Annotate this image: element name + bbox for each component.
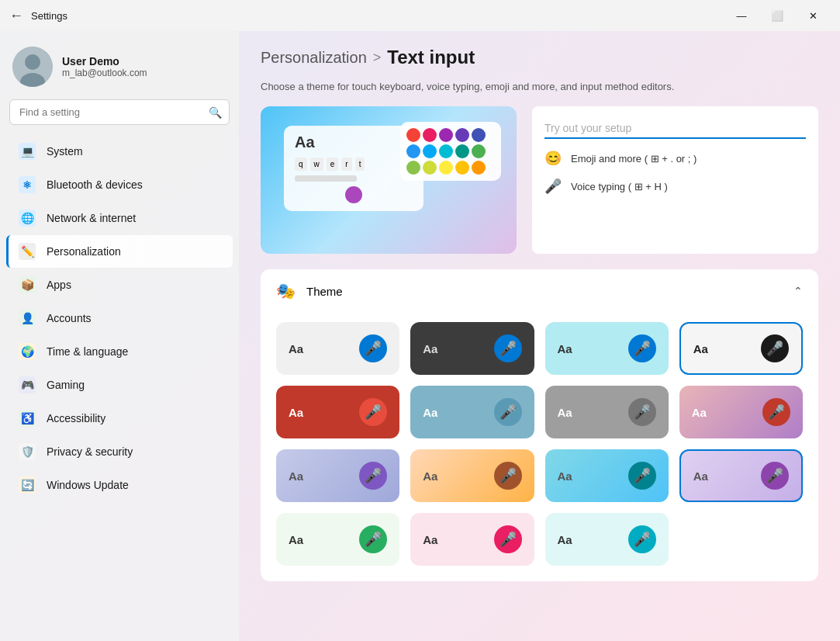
sidebar-item-accounts[interactable]: 👤 Accounts bbox=[6, 302, 233, 334]
sidebar-item-personalization[interactable]: ✏️ Personalization bbox=[6, 235, 233, 268]
svg-point-1 bbox=[25, 54, 40, 70]
theme-card-3[interactable]: Aa 🎤 bbox=[679, 322, 803, 375]
mic-button[interactable]: 🎤 bbox=[761, 334, 789, 362]
bluetooth-icon: ⚛ bbox=[19, 176, 36, 193]
sidebar-item-label: System bbox=[47, 145, 83, 158]
sidebar-item-accessibility[interactable]: ♿ Accessibility bbox=[6, 402, 233, 435]
minimize-button[interactable]: — bbox=[724, 3, 759, 28]
mic-button[interactable]: 🎤 bbox=[359, 334, 387, 362]
sidebar-item-label: Bluetooth & devices bbox=[47, 178, 143, 191]
theme-card-9[interactable]: Aa 🎤 bbox=[410, 449, 534, 502]
sidebar-item-system[interactable]: 💻 System bbox=[6, 135, 233, 168]
search-icon: 🔍 bbox=[209, 106, 222, 119]
voice-option[interactable]: 🎤 Voice typing ( ⊞ + H ) bbox=[544, 178, 806, 195]
mic-button[interactable]: 🎤 bbox=[628, 525, 656, 553]
mic-button[interactable]: 🎤 bbox=[628, 398, 656, 426]
theme-card-11[interactable]: Aa 🎤 bbox=[679, 449, 803, 502]
sidebar-item-update[interactable]: 🔄 Windows Update bbox=[6, 469, 233, 501]
theme-card-0[interactable]: Aa 🎤 bbox=[276, 322, 399, 375]
theme-card-text: Aa bbox=[289, 342, 303, 355]
emoji-option-label: Emoji and more ( ⊞ + . or ; ) bbox=[571, 153, 697, 165]
app-body: User Demo m_lab@outlook.com 🔍 💻 System ⚛… bbox=[0, 31, 840, 641]
sidebar-item-privacy[interactable]: 🛡️ Privacy & security bbox=[6, 435, 233, 468]
avatar bbox=[12, 47, 53, 87]
sidebar-item-time[interactable]: 🌍 Time & language bbox=[6, 335, 233, 368]
mic-button[interactable]: 🎤 bbox=[359, 398, 387, 426]
mic-button[interactable]: 🎤 bbox=[494, 525, 522, 553]
main-content: Personalization > Text input Choose a th… bbox=[239, 31, 840, 641]
theme-card-1[interactable]: Aa 🎤 bbox=[410, 322, 534, 375]
theme-card-6[interactable]: Aa 🎤 bbox=[545, 386, 669, 438]
privacy-icon: 🛡️ bbox=[19, 443, 36, 460]
mic-button[interactable]: 🎤 bbox=[628, 462, 656, 490]
page-title: Text input bbox=[387, 47, 475, 68]
theme-section: 🎭 Theme ⌃ Aa 🎤 Aa 🎤 Aa 🎤 bbox=[261, 269, 818, 581]
theme-header[interactable]: 🎭 Theme ⌃ bbox=[261, 269, 818, 313]
theme-card-14[interactable]: Aa 🎤 bbox=[545, 513, 669, 566]
microphone-icon: 🎤 bbox=[544, 178, 562, 195]
user-info: User Demo m_lab@outlook.com bbox=[62, 55, 147, 78]
sidebar-item-apps[interactable]: 📦 Apps bbox=[6, 269, 233, 301]
voice-option-label: Voice typing ( ⊞ + H ) bbox=[571, 181, 668, 192]
mic-button[interactable]: 🎤 bbox=[762, 398, 790, 426]
theme-card-text: Aa bbox=[693, 469, 708, 483]
mic-button[interactable]: 🎤 bbox=[761, 462, 789, 490]
top-section: Aa q w e r t bbox=[261, 106, 818, 254]
emoji-option[interactable]: 😊 Emoji and more ( ⊞ + . or ; ) bbox=[544, 150, 806, 167]
emoji-icon: 😊 bbox=[544, 150, 562, 167]
network-icon: 🌐 bbox=[19, 210, 36, 227]
theme-card-text: Aa bbox=[558, 533, 572, 546]
sidebar-item-network[interactable]: 🌐 Network & internet bbox=[6, 202, 233, 234]
accounts-icon: 👤 bbox=[19, 310, 36, 327]
nav-list: 💻 System ⚛ Bluetooth & devices 🌐 Network… bbox=[0, 134, 239, 641]
update-icon: 🔄 bbox=[19, 476, 36, 494]
theme-icon: 🎭 bbox=[276, 282, 296, 300]
theme-card-text: Aa bbox=[289, 406, 303, 419]
system-icon: 💻 bbox=[19, 143, 36, 160]
theme-card-text: Aa bbox=[423, 533, 437, 546]
theme-card-8[interactable]: Aa 🎤 bbox=[276, 449, 399, 502]
user-profile[interactable]: User Demo m_lab@outlook.com bbox=[0, 31, 239, 99]
mic-button[interactable]: 🎤 bbox=[359, 525, 387, 553]
sidebar-item-bluetooth[interactable]: ⚛ Bluetooth & devices bbox=[6, 168, 233, 201]
theme-card-2[interactable]: Aa 🎤 bbox=[545, 322, 669, 375]
try-section: 😊 Emoji and more ( ⊞ + . or ; ) 🎤 Voice … bbox=[532, 106, 818, 254]
chevron-up-icon: ⌃ bbox=[793, 285, 803, 297]
breadcrumb-parent[interactable]: Personalization bbox=[261, 49, 367, 67]
gaming-icon: 🎮 bbox=[19, 376, 36, 393]
maximize-button[interactable]: ⬜ bbox=[759, 3, 795, 28]
sidebar-item-label: Accessibility bbox=[47, 412, 105, 424]
mic-button[interactable]: 🎤 bbox=[494, 462, 522, 490]
close-button[interactable]: ✕ bbox=[795, 3, 831, 28]
mic-button[interactable]: 🎤 bbox=[494, 398, 522, 426]
theme-label: Theme bbox=[306, 285, 343, 298]
theme-card-4[interactable]: Aa 🎤 bbox=[276, 386, 399, 438]
sidebar-item-label: Gaming bbox=[47, 379, 85, 391]
theme-card-10[interactable]: Aa 🎤 bbox=[545, 449, 669, 502]
breadcrumb-separator: > bbox=[373, 50, 382, 66]
sidebar: User Demo m_lab@outlook.com 🔍 💻 System ⚛… bbox=[0, 31, 239, 641]
theme-grid: Aa 🎤 Aa 🎤 Aa 🎤 Aa 🎤 Aa � bbox=[261, 313, 818, 581]
sidebar-item-gaming[interactable]: 🎮 Gaming bbox=[6, 369, 233, 401]
keyboard-preview: Aa q w e r t bbox=[261, 106, 517, 254]
theme-header-left: 🎭 Theme bbox=[276, 282, 343, 300]
sidebar-item-label: Network & internet bbox=[47, 212, 136, 224]
mic-button[interactable]: 🎤 bbox=[628, 334, 656, 362]
sidebar-item-label: Apps bbox=[47, 279, 71, 291]
try-input[interactable] bbox=[544, 119, 806, 139]
theme-card-7[interactable]: Aa 🎤 bbox=[679, 386, 803, 438]
theme-card-text: Aa bbox=[423, 406, 437, 419]
search-input[interactable] bbox=[9, 99, 230, 125]
apps-icon: 📦 bbox=[19, 276, 36, 293]
mic-button[interactable]: 🎤 bbox=[494, 334, 522, 362]
search-box: 🔍 bbox=[9, 99, 230, 125]
back-button[interactable]: ← bbox=[9, 8, 23, 24]
mic-button[interactable]: 🎤 bbox=[359, 462, 387, 490]
time-icon: 🌍 bbox=[19, 343, 36, 360]
titlebar: ← Settings — ⬜ ✕ bbox=[0, 0, 840, 31]
theme-card-12[interactable]: Aa 🎤 bbox=[276, 513, 399, 566]
app-title: Settings bbox=[31, 10, 67, 22]
theme-card-5[interactable]: Aa 🎤 bbox=[410, 386, 534, 438]
theme-card-text: Aa bbox=[693, 342, 708, 355]
theme-card-13[interactable]: Aa 🎤 bbox=[410, 513, 534, 566]
